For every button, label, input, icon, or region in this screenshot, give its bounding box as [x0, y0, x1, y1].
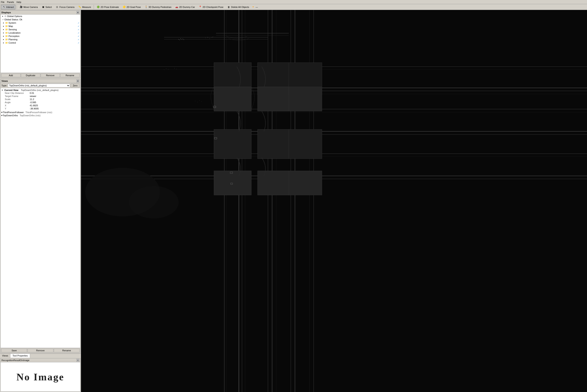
interact-icon: ↖: [2, 6, 6, 9]
prop-name-y: Y: [5, 107, 30, 110]
views-prop-scale: Scale 11.2: [2, 98, 79, 101]
views-save-button[interactable]: Save: [1, 348, 27, 352]
tree-item-system[interactable]: ▸ 📁 System ✓: [1, 21, 80, 24]
displays-close-button[interactable]: ×: [77, 11, 79, 14]
current-view-label: Current View: [4, 89, 19, 91]
image-panel-header: RecognitionResultOnImage ×: [1, 358, 80, 362]
views-rename-button[interactable]: Rename: [54, 348, 80, 352]
views-zero-button[interactable]: Zero: [71, 84, 79, 88]
displays-panel-header: Displays ×: [1, 10, 80, 14]
add-button[interactable]: Add: [1, 74, 21, 77]
prop-name-x: X: [5, 104, 30, 107]
folder-icon-sensing: 📁: [5, 28, 8, 31]
views-current-view-section: ▼ Current View TopDownOrtho (rviz_defaul…: [1, 88, 80, 111]
saved-view-label-topdown: TopDownOrtho: [3, 114, 18, 117]
goal-pose-icon: 🟡: [123, 6, 126, 9]
move-camera-button[interactable]: 🎥 Move Camera: [18, 5, 39, 9]
focus-camera-button[interactable]: ◎ Focus Camera: [54, 5, 76, 9]
views-title: Views: [2, 80, 8, 82]
views-type-label: Type:: [2, 84, 7, 87]
checkpoint-pose-button[interactable]: 📍 2D Checkpoint Pose: [197, 5, 225, 9]
move-camera-label: Move Camera: [24, 6, 38, 8]
focus-camera-label: Focus Camera: [60, 6, 74, 8]
svg-rect-66: [289, 129, 322, 159]
svg-point-45: [164, 70, 164, 70]
views-content: ▼ Current View TopDownOrtho (rviz_defaul…: [1, 88, 80, 348]
svg-point-34: [178, 39, 179, 40]
checkpoint-pose-icon: 📍: [199, 6, 202, 9]
menu-help[interactable]: Help: [17, 1, 21, 3]
tab-tool-properties[interactable]: Tool Properties: [11, 354, 30, 358]
views-list-item-topdown[interactable]: ▸ TopDownOrtho TopDownOrtho (rviz): [1, 114, 80, 117]
tree-item-control[interactable]: ▸ 📁 Control ✓: [1, 41, 80, 44]
saved-view-plugin-topdown: TopDownOrtho (rviz): [20, 114, 41, 117]
interact-button[interactable]: ↖ Interact: [1, 5, 15, 9]
item-label: Map: [9, 25, 13, 28]
svg-point-47: [168, 69, 169, 70]
item-label: Control: [9, 42, 16, 44]
prop-value-target-frame: viewer: [30, 95, 79, 98]
svg-point-52: [195, 101, 196, 101]
dummy-pedestrian-button[interactable]: 🚶 3D Dummy Pedestrian: [143, 5, 173, 9]
viewport[interactable]: [81, 10, 587, 392]
svg-point-53: [197, 102, 198, 102]
displays-tree[interactable]: ▸ ⚙ Global Options ✓ Global Status: Ok ▸…: [1, 14, 80, 73]
remove-button[interactable]: Remove: [41, 74, 60, 77]
measure-icon: 📏: [78, 6, 82, 9]
expand-icon-status: ✓: [2, 18, 4, 20]
tree-item-perception[interactable]: ▸ 📁 Perception ✓: [1, 34, 80, 38]
checkmark-localization: ✓: [78, 32, 79, 34]
tab-views[interactable]: Views: [0, 354, 11, 358]
views-close-button[interactable]: ×: [77, 80, 79, 82]
views-type-select[interactable]: TopDownOrtho (rviz_default_plugins): [8, 84, 70, 88]
goal-pose-button[interactable]: 🟡 2D Goal Pose: [121, 5, 142, 9]
tree-item-planning[interactable]: ▸ 📁 Planning ✓: [1, 38, 80, 41]
tree-item-global-status[interactable]: ✓ Global Status: Ok: [1, 18, 80, 21]
goal-pose-label: 2D Goal Pose: [127, 6, 141, 8]
image-panel-close[interactable]: ×: [77, 359, 79, 362]
duplicate-button[interactable]: Duplicate: [21, 74, 40, 77]
delete-all-button[interactable]: 🗑 Delete All Objects: [226, 5, 251, 9]
displays-panel: Displays × ▸ ⚙ Global Options ✓ Global S…: [1, 10, 80, 78]
checkmark-system: ✓: [78, 22, 79, 24]
move-camera-icon: 🎥: [20, 6, 23, 9]
item-label: Global Status: Ok: [4, 18, 22, 21]
rename-button[interactable]: Rename: [60, 74, 80, 77]
folder-icon-system: 📁: [5, 22, 8, 24]
delete-all-label: Delete All Objects: [231, 6, 249, 8]
svg-rect-26: [214, 87, 251, 111]
tree-item-localization[interactable]: ▸ 📁 Localization ✓: [1, 31, 80, 34]
folder-icon-localization: 📁: [5, 32, 8, 34]
checkmark-control: ✓: [78, 42, 79, 44]
expand-icon-sensing: ▸: [3, 28, 5, 30]
svg-point-35: [180, 40, 180, 40]
svg-point-40: [205, 38, 206, 38]
views-list-item-third-person[interactable]: ▸ ThirdPersonFollower ThirdPersonFollowe…: [1, 111, 80, 114]
menu-panels[interactable]: Panels: [7, 1, 14, 3]
svg-point-54: [199, 100, 200, 101]
menu-file[interactable]: File: [1, 1, 5, 3]
svg-point-46: [166, 68, 166, 69]
pose-estimate-button[interactable]: 🟢 2D Pose Estimate: [95, 5, 120, 9]
views-remove-button[interactable]: Remove: [28, 348, 53, 352]
measure-button[interactable]: 📏 Measure: [77, 5, 93, 9]
checkpoint-pose-label: 2D Checkpoint Pose: [203, 6, 223, 8]
displays-title: Displays: [2, 11, 11, 14]
select-button[interactable]: ▣ Select: [40, 5, 53, 9]
folder-icon-control: 📁: [5, 42, 8, 44]
prop-name-scale: Scale: [5, 98, 30, 101]
collapse-arrow: ▼: [2, 89, 3, 91]
views-current-view-header[interactable]: ▼ Current View TopDownOrtho (rviz_defaul…: [2, 89, 79, 92]
svg-point-36: [181, 38, 181, 39]
svg-point-49: [176, 69, 177, 69]
item-label: Global Options: [7, 15, 22, 18]
bottom-tabs: Views Tool Properties: [0, 354, 81, 358]
dummy-pedestrian-icon: 🚶: [145, 6, 148, 9]
tree-item-map[interactable]: ▸ 📁 Map ✓: [1, 24, 80, 28]
tree-item-global-options[interactable]: ▸ ⚙ Global Options: [1, 14, 80, 18]
tree-item-sensing[interactable]: ▸ 📁 Sensing ✓: [1, 28, 80, 31]
item-label: Localization: [9, 32, 21, 34]
expand-icon-control: ▸: [3, 42, 5, 44]
no-image-area: No Image: [1, 362, 80, 392]
dummy-car-button[interactable]: 🚗 2D Dummy Car: [174, 5, 196, 9]
